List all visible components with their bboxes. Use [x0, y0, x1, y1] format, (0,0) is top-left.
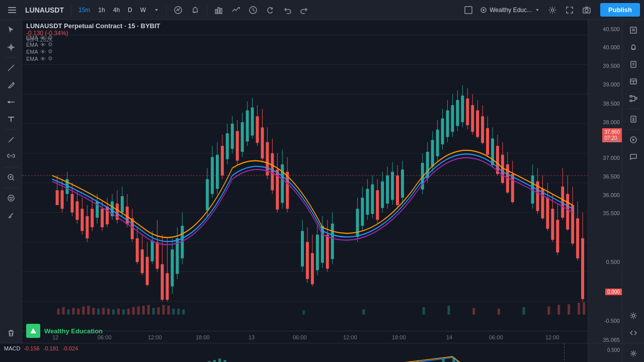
- svg-rect-241: [167, 306, 170, 315]
- time-12-4: 12:00: [545, 334, 559, 340]
- brush-tool[interactable]: [3, 207, 19, 223]
- rectangle-btn[interactable]: [461, 4, 475, 16]
- svg-rect-46: [70, 194, 73, 213]
- compare-btn[interactable]: [228, 4, 244, 17]
- ema-indicator-2: EMA 👁 ⚙: [26, 41, 53, 48]
- time-axis: 12 06:00 12:00 18:00 13 06:00 12:00 18:0…: [22, 331, 588, 343]
- indicators-btn[interactable]: [171, 4, 186, 17]
- clock-btn[interactable]: [246, 4, 261, 17]
- timeframe-1h[interactable]: 1h: [95, 5, 108, 16]
- time-06-3: 06:00: [489, 334, 503, 340]
- svg-rect-218: [581, 238, 584, 299]
- ema-settings-4[interactable]: ⚙: [48, 55, 53, 62]
- calc-icon[interactable]: [625, 111, 641, 127]
- svg-rect-130: [311, 253, 314, 285]
- svg-rect-174: [456, 100, 459, 126]
- line-tool[interactable]: [3, 60, 19, 76]
- svg-rect-48: [75, 202, 78, 220]
- macd-chart[interactable]: [0, 343, 588, 362]
- notes-icon[interactable]: [625, 56, 641, 72]
- svg-rect-237: [147, 305, 150, 315]
- template-selector[interactable]: Wealthy Educ...: [477, 5, 543, 16]
- zoom-tool[interactable]: [3, 169, 19, 186]
- fullscreen-btn[interactable]: [562, 4, 577, 17]
- svg-rect-60: [106, 207, 109, 224]
- ema-eye-2[interactable]: 👁: [40, 42, 46, 48]
- replay-btn[interactable]: [263, 4, 278, 17]
- macd-settings[interactable]: [625, 345, 641, 361]
- emoji-tool[interactable]: [3, 190, 19, 206]
- svg-rect-76: [146, 257, 149, 285]
- svg-rect-40: [56, 190, 59, 205]
- svg-rect-158: [401, 169, 404, 198]
- svg-rect-255: [578, 303, 580, 315]
- main-chart[interactable]: [22, 20, 588, 331]
- bar-chart-btn[interactable]: [211, 4, 226, 17]
- measure-tool[interactable]: [3, 132, 19, 148]
- svg-rect-208: [556, 220, 559, 252]
- timeframe-15m[interactable]: 15m: [75, 5, 93, 16]
- expand-right-icon[interactable]: [625, 325, 641, 341]
- ema-eye-3[interactable]: 👁: [40, 49, 46, 55]
- timeframe-4h[interactable]: 4h: [110, 5, 123, 16]
- object-tree-icon[interactable]: [625, 90, 641, 107]
- ema-settings-1[interactable]: ⚙: [48, 34, 53, 41]
- time-18-2: 18:00: [392, 334, 406, 340]
- svg-point-353: [632, 352, 634, 354]
- svg-line-17: [8, 65, 14, 71]
- right-settings-icon[interactable]: [625, 308, 641, 324]
- svg-rect-172: [451, 105, 454, 132]
- magnet-tool[interactable]: [3, 149, 19, 165]
- trash-tool[interactable]: [3, 325, 19, 341]
- ema-label-3: EMA: [26, 49, 38, 55]
- alert-btn[interactable]: [188, 4, 203, 17]
- svg-rect-221: [67, 309, 70, 314]
- svg-rect-72: [136, 238, 139, 262]
- ema-settings-3[interactable]: ⚙: [48, 48, 53, 55]
- ema-settings-2[interactable]: ⚙: [48, 41, 53, 48]
- svg-rect-236: [142, 306, 145, 315]
- symbol-selector[interactable]: LUNAUSDT: [22, 4, 67, 16]
- screenshot-btn[interactable]: [579, 4, 594, 17]
- ema-line-2: [52, 154, 573, 241]
- undo-btn[interactable]: [280, 4, 295, 17]
- menu-button[interactable]: [4, 2, 20, 18]
- chart-area: LUNAUSDT Perpetual Contract · 15 · BYBIT…: [22, 20, 588, 343]
- svg-rect-2: [8, 12, 16, 13]
- replay-right-icon[interactable]: [625, 132, 641, 148]
- macd-scale: 0.500 0.000 -0.500: [588, 343, 622, 362]
- svg-rect-176: [461, 96, 464, 122]
- svg-rect-240: [163, 305, 165, 315]
- chat-icon[interactable]: [625, 149, 641, 165]
- redo-btn[interactable]: [297, 4, 312, 17]
- macd-zero-badge: 0.000: [605, 289, 622, 295]
- svg-rect-136: [326, 235, 329, 269]
- timeframe-dropdown[interactable]: [151, 6, 162, 15]
- publish-button[interactable]: Publish: [600, 3, 640, 17]
- time-18: 18:00: [196, 334, 210, 340]
- crosshair-tool[interactable]: [3, 39, 19, 55]
- timeframe-w[interactable]: W: [137, 5, 149, 16]
- macd-panel: MACD -0.156 -0.181 -0.024: [0, 343, 644, 362]
- watchlist-icon[interactable]: [625, 22, 641, 38]
- alert-right-icon[interactable]: [625, 39, 641, 55]
- indicators-overlay: EMA 👁 ⚙ EMA 👁 ⚙ EMA 👁 ⚙ EMA 👁 ⚙: [26, 34, 53, 62]
- horizontal-line-tool[interactable]: [3, 94, 19, 110]
- time-14: 14: [446, 334, 452, 340]
- svg-rect-244: [182, 309, 185, 314]
- timeframe-d[interactable]: D: [125, 5, 135, 16]
- data-window-icon[interactable]: [625, 73, 641, 89]
- price-39500: 39.500: [603, 63, 620, 69]
- sidebar-sep1: [4, 57, 18, 58]
- text-tool[interactable]: [3, 111, 19, 127]
- ema-eye-4[interactable]: 👁: [40, 56, 46, 62]
- svg-rect-100: [226, 133, 229, 159]
- rsidebar-sep2: [626, 129, 640, 130]
- svg-rect-206: [551, 209, 554, 240]
- pen-tool[interactable]: [3, 77, 19, 93]
- cursor-tool[interactable]: [3, 22, 19, 38]
- ema-eye-1[interactable]: 👁: [40, 35, 46, 41]
- settings-btn[interactable]: [545, 4, 560, 17]
- svg-rect-74: [141, 249, 144, 273]
- ema-indicator-4: EMA 👁 ⚙: [26, 55, 53, 62]
